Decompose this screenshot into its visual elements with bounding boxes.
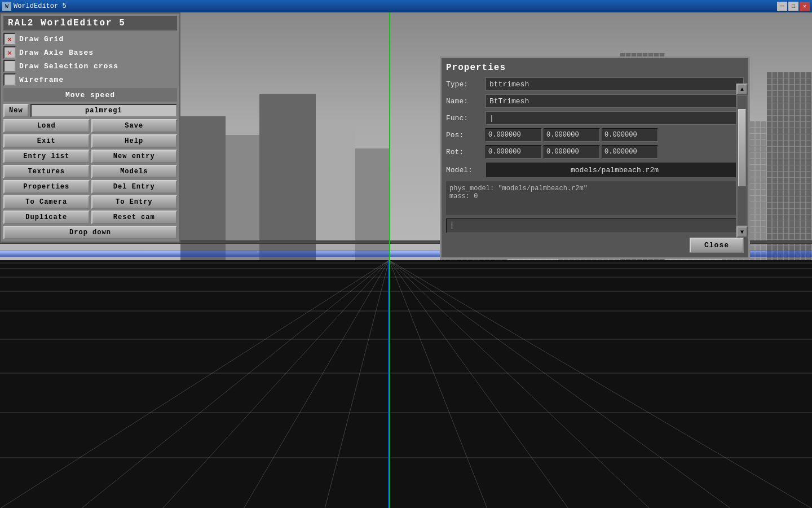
exit-help-row: Exit Help — [3, 134, 177, 148]
rot-row: Rot: — [446, 145, 744, 159]
svg-line-18 — [389, 260, 731, 508]
draw-grid-checkbox[interactable] — [3, 33, 16, 45]
draw-axle-bases-row: Draw Axle Bases — [3, 46, 177, 59]
maximize-button[interactable]: □ — [788, 2, 798, 11]
panel-title: RAL2 WorldEditor 5 — [3, 16, 177, 30]
pos-y-input[interactable] — [544, 128, 600, 142]
textures-button[interactable]: Textures — [3, 165, 90, 178]
model-value[interactable]: models/palmbeach.r2m — [486, 162, 744, 178]
svg-line-10 — [81, 260, 389, 508]
svg-line-12 — [244, 260, 389, 508]
reset-cam-button[interactable]: Reset cam — [91, 211, 178, 224]
properties-button[interactable]: Properties — [3, 180, 90, 194]
exit-button[interactable]: Exit — [3, 134, 90, 148]
rot-x-input[interactable] — [486, 145, 542, 159]
duplicate-button[interactable]: Duplicate — [3, 211, 90, 224]
svg-line-17 — [389, 260, 650, 508]
load-save-row: Load Save — [3, 119, 177, 133]
draw-selection-cross-label: Draw Selection cross — [19, 62, 118, 71]
draw-selection-cross-row: Draw Selection cross — [3, 60, 177, 72]
close-btn-container: Close — [446, 238, 744, 253]
svg-line-16 — [389, 260, 568, 508]
textures-models-row: Textures Models — [3, 165, 177, 178]
dup-resetcam-row: Duplicate Reset cam — [3, 211, 177, 224]
svg-line-9 — [0, 260, 389, 508]
props-scrollbar[interactable]: ▲ ▼ — [736, 84, 748, 238]
to-entry-button[interactable]: To Entry — [91, 195, 178, 209]
properties-title: Properties — [446, 63, 744, 73]
pos-inputs — [486, 128, 744, 142]
name-input[interactable] — [486, 94, 744, 108]
pos-row: Pos: — [446, 128, 744, 142]
axis-green — [389, 12, 390, 508]
model-row: Model: models/palmbeach.r2m — [446, 162, 744, 178]
wireframe-label: Wireframe — [19, 76, 64, 84]
type-label: Type: — [446, 80, 486, 89]
window-title: WorldEditor 5 — [14, 2, 777, 10]
new-entry-button[interactable]: New entry — [91, 150, 178, 163]
svg-line-19 — [389, 260, 812, 508]
func-row: Func: — [446, 111, 744, 125]
rot-y-input[interactable] — [544, 145, 600, 159]
type-row: Type: bttrimesh — [446, 77, 744, 91]
rot-label: Rot: — [446, 148, 486, 156]
rot-inputs — [486, 145, 744, 159]
help-button[interactable]: Help — [91, 134, 178, 148]
movespeed-row: Move speed — [3, 88, 177, 102]
wireframe-row: Wireframe — [3, 73, 177, 86]
name-row: Name: — [446, 94, 744, 108]
drop-down-button[interactable]: Drop down — [3, 226, 177, 239]
perspective-grid — [0, 260, 812, 508]
name-label: Name: — [446, 97, 486, 106]
minimize-button[interactable]: ─ — [777, 2, 787, 11]
properties-panel: Properties Type: bttrimesh Name: Func: P… — [440, 56, 750, 259]
svg-line-13 — [325, 260, 389, 508]
model-label: Model: — [446, 166, 486, 174]
grid-floor — [0, 260, 812, 508]
load-button[interactable]: Load — [3, 119, 90, 133]
movespeed-label: Move speed — [65, 91, 115, 99]
left-panel: RAL2 WorldEditor 5 Draw Grid Draw Axle B… — [0, 12, 180, 243]
scroll-track[interactable] — [738, 96, 747, 225]
props-info: phys_model: "models/palmbeach.r2m" mass:… — [446, 181, 744, 215]
titlebar: W WorldEditor 5 ─ □ ✕ — [0, 0, 812, 12]
phys-info-text: phys_model: "models/palmbeach.r2m" mass:… — [449, 185, 740, 200]
func-input[interactable] — [486, 111, 744, 125]
type-value: bttrimesh — [486, 77, 744, 91]
draw-selection-cross-checkbox[interactable] — [3, 60, 16, 72]
props-text-input[interactable] — [446, 218, 744, 233]
dropdown-row: Drop down — [3, 226, 177, 239]
draw-grid-row: Draw Grid — [3, 33, 177, 45]
scroll-thumb[interactable] — [738, 109, 746, 186]
pos-x-input[interactable] — [486, 128, 542, 142]
new-input-row: New — [3, 104, 177, 117]
close-button[interactable]: Close — [690, 238, 744, 253]
buildings-left — [180, 12, 389, 285]
titlebar-buttons: ─ □ ✕ — [777, 2, 810, 11]
palmregi-input[interactable] — [30, 104, 177, 117]
draw-axle-bases-label: Draw Axle Bases — [19, 49, 94, 57]
camera-entry-row: To Camera To Entry — [3, 195, 177, 209]
svg-line-11 — [162, 260, 389, 508]
new-button[interactable]: New — [3, 104, 29, 117]
scroll-up-arrow[interactable]: ▲ — [736, 84, 748, 95]
to-camera-button[interactable]: To Camera — [3, 195, 90, 209]
del-entry-button[interactable]: Del Entry — [91, 180, 178, 194]
axis-blue — [388, 260, 389, 508]
svg-line-15 — [389, 260, 487, 508]
scroll-down-arrow[interactable]: ▼ — [736, 226, 748, 238]
draw-axle-bases-checkbox[interactable] — [3, 46, 16, 59]
pos-z-input[interactable] — [602, 128, 658, 142]
close-window-button[interactable]: ✕ — [800, 2, 810, 11]
models-button[interactable]: Models — [91, 165, 178, 178]
save-button[interactable]: Save — [91, 119, 178, 133]
app-icon: W — [2, 2, 11, 11]
entry-newentry-row: Entry list New entry — [3, 150, 177, 163]
wireframe-checkbox[interactable] — [3, 73, 16, 86]
func-label: Func: — [446, 114, 486, 122]
props-delentry-row: Properties Del Entry — [3, 180, 177, 194]
entry-list-button[interactable]: Entry list — [3, 150, 90, 163]
draw-grid-label: Draw Grid — [19, 35, 64, 43]
pos-label: Pos: — [446, 131, 486, 139]
rot-z-input[interactable] — [602, 145, 658, 159]
